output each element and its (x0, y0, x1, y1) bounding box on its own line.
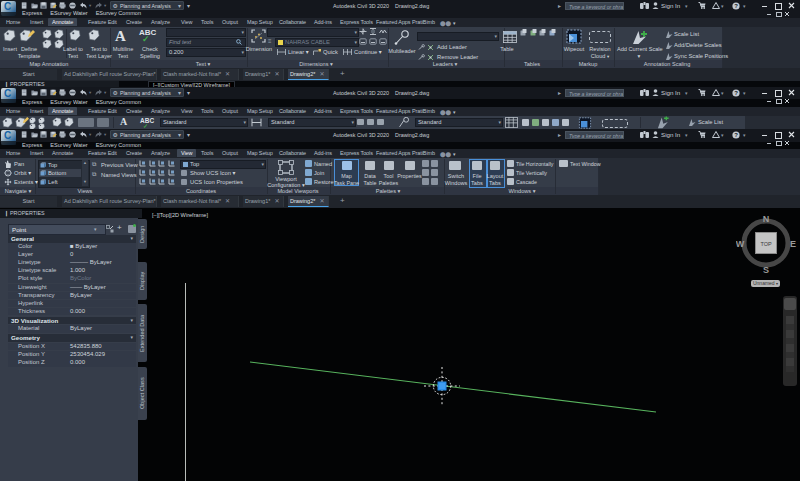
svg-text:?: ? (734, 132, 738, 138)
svg-text:TOP: TOP (760, 241, 772, 247)
svg-text:S: S (763, 265, 769, 274)
svg-text:N: N (763, 214, 770, 224)
svg-text:?: ? (734, 90, 738, 96)
svg-text:W: W (736, 239, 745, 249)
svg-text:?: ? (734, 3, 738, 9)
svg-text:E: E (790, 239, 796, 249)
